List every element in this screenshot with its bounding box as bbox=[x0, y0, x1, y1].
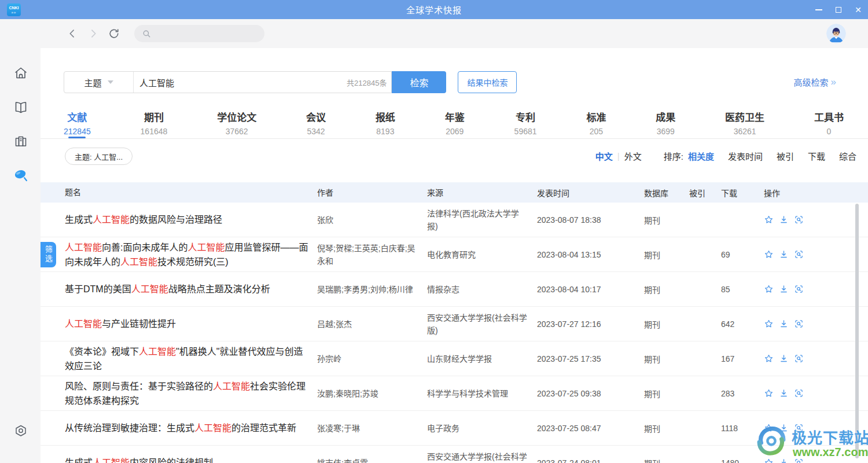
download-icon[interactable] bbox=[779, 215, 789, 225]
tab-count: 8193 bbox=[376, 127, 395, 136]
language-foreign-toggle[interactable]: 外文 bbox=[624, 150, 642, 162]
maximize-button[interactable] bbox=[834, 6, 843, 14]
result-type-tab[interactable]: 报纸 8193 bbox=[376, 106, 395, 138]
back-button[interactable] bbox=[65, 26, 80, 41]
download-icon[interactable] bbox=[779, 354, 789, 363]
similar-search-icon[interactable] bbox=[794, 249, 804, 259]
scrollbar-thumb[interactable] bbox=[855, 204, 859, 458]
result-count-label: 共212845条 bbox=[347, 77, 391, 88]
result-downloads: 283 bbox=[721, 389, 757, 398]
table-row[interactable]: 生成式人工智能内容风险的法律规制 姚志伟;李卓霖 西安交通大学学报(社会科学版)… bbox=[41, 446, 868, 463]
result-title[interactable]: 风险、原则与责任：基于实验路径的人工智能社会实验伦理规范体系建构探究 bbox=[41, 379, 317, 408]
sidebar-item-settings[interactable] bbox=[13, 423, 29, 439]
similar-search-icon[interactable] bbox=[794, 284, 804, 294]
sort-option[interactable]: 相关度 bbox=[688, 152, 714, 161]
favorite-star-icon[interactable] bbox=[764, 319, 774, 329]
download-icon[interactable] bbox=[779, 458, 789, 463]
favorite-star-icon[interactable] bbox=[764, 215, 774, 225]
download-icon[interactable] bbox=[779, 423, 789, 433]
result-type-tab[interactable]: 成果 3699 bbox=[656, 106, 675, 138]
minimize-button[interactable] bbox=[815, 6, 823, 14]
result-date: 2023-07-24 08:01 bbox=[537, 458, 644, 463]
search-field-selector[interactable]: 主题 bbox=[64, 72, 134, 93]
topic-filter-chip[interactable]: 主题: 人工智... bbox=[65, 148, 133, 165]
sidebar-item-search[interactable] bbox=[13, 167, 29, 183]
result-database: 期刊 bbox=[644, 214, 689, 226]
advanced-search-link[interactable]: 高级检索 » bbox=[794, 76, 836, 88]
sidebar-item-journals[interactable] bbox=[13, 99, 29, 115]
search-in-results-button[interactable]: 结果中检索 bbox=[458, 71, 517, 93]
table-row[interactable]: 《资本论》视域下人工智能"机器换人"就业替代效应与创造效应三论 孙宗岭 山东财经… bbox=[41, 341, 868, 376]
active-tab-underline bbox=[68, 137, 86, 138]
sort-option[interactable]: 被引 bbox=[777, 152, 794, 161]
chevron-down-icon bbox=[108, 80, 113, 84]
user-avatar[interactable] bbox=[826, 24, 846, 43]
result-title[interactable]: 《资本论》视域下人工智能"机器换人"就业替代效应与创造效应三论 bbox=[41, 344, 317, 373]
tab-label: 专利 bbox=[514, 109, 537, 124]
sort-option[interactable]: 综合 bbox=[839, 152, 856, 161]
result-actions bbox=[757, 319, 868, 329]
table-row[interactable]: 从传统治理到敏捷治理：生成式人工智能的治理范式革新 张凌寒;于琳 电子政务 20… bbox=[41, 411, 868, 446]
close-button[interactable]: ✕ bbox=[854, 6, 862, 14]
sort-option[interactable]: 发表时间 bbox=[728, 152, 763, 161]
search-input[interactable] bbox=[134, 72, 347, 93]
download-icon[interactable] bbox=[779, 284, 789, 294]
result-type-tab[interactable]: 标准 205 bbox=[586, 106, 606, 138]
result-title[interactable]: 人工智能与产业链韧性提升 bbox=[41, 317, 317, 331]
similar-search-icon[interactable] bbox=[794, 319, 804, 329]
double-chevron-icon: » bbox=[831, 76, 836, 88]
favorite-star-icon[interactable] bbox=[764, 458, 774, 463]
maximize-icon bbox=[836, 7, 841, 13]
forward-button[interactable] bbox=[86, 26, 101, 41]
address-search-pill[interactable] bbox=[134, 25, 264, 42]
table-row[interactable]: 基于DTM的美国人工智能战略热点主题及演化分析 吴瑞鹏;李勇男;刘帅;杨川律 情… bbox=[41, 272, 868, 307]
similar-search-icon[interactable] bbox=[794, 388, 804, 398]
result-title[interactable]: 基于DTM的美国人工智能战略热点主题及演化分析 bbox=[41, 282, 317, 296]
table-row[interactable]: 风险、原则与责任：基于实验路径的人工智能社会实验伦理规范体系建构探究 汝鹏;秦晓… bbox=[41, 376, 868, 411]
window-controls: ✕ bbox=[815, 0, 862, 19]
favorite-star-icon[interactable] bbox=[764, 249, 774, 259]
result-type-tab[interactable]: 期刊 161648 bbox=[141, 106, 168, 138]
language-zh-toggle[interactable]: 中文 bbox=[595, 150, 613, 162]
download-icon[interactable] bbox=[779, 319, 789, 329]
favorite-star-icon[interactable] bbox=[764, 354, 774, 363]
result-type-tab[interactable]: 学位论文 37662 bbox=[217, 106, 256, 138]
result-title[interactable]: 生成式人工智能内容风险的法律规制 bbox=[41, 455, 317, 463]
favorite-star-icon[interactable] bbox=[764, 284, 774, 294]
table-row[interactable]: 人工智能与产业链韧性提升 吕越;张杰 西安交通大学学报(社会科学版) 2023-… bbox=[41, 307, 868, 341]
sidebar-item-home[interactable] bbox=[13, 65, 29, 81]
search-bar: 主题 共212845条 bbox=[64, 71, 392, 93]
filter-side-tab[interactable]: 筛选 bbox=[41, 242, 56, 267]
search-button[interactable]: 检索 bbox=[392, 71, 446, 93]
favorite-star-icon[interactable] bbox=[764, 388, 774, 398]
similar-search-icon[interactable] bbox=[794, 423, 804, 433]
result-type-tab[interactable]: 文献 212845 bbox=[64, 106, 91, 138]
similar-search-icon[interactable] bbox=[794, 458, 804, 463]
result-type-tab[interactable]: 年鉴 2069 bbox=[445, 106, 465, 138]
result-title[interactable]: 人工智能向善:面向未成年人的人工智能应用监管探研——面向未成年人的人工智能技术规… bbox=[41, 240, 317, 269]
result-actions bbox=[757, 354, 868, 363]
result-type-tab[interactable]: 会议 5342 bbox=[306, 106, 326, 138]
result-title[interactable]: 生成式人工智能的数据风险与治理路径 bbox=[41, 212, 317, 227]
tab-label: 工具书 bbox=[814, 109, 844, 124]
sort-option[interactable]: 下载 bbox=[808, 152, 825, 161]
result-database: 期刊 bbox=[644, 318, 689, 330]
sidebar bbox=[0, 48, 41, 463]
result-title[interactable]: 从传统治理到敏捷治理：生成式人工智能的治理范式革新 bbox=[41, 421, 317, 435]
favorite-star-icon[interactable] bbox=[764, 423, 774, 433]
table-row[interactable]: 人工智能向善:面向未成年人的人工智能应用监管探研——面向未成年人的人工智能技术规… bbox=[41, 237, 868, 272]
similar-search-icon[interactable] bbox=[794, 215, 804, 225]
similar-search-icon[interactable] bbox=[794, 354, 804, 363]
tab-count: 205 bbox=[586, 127, 606, 136]
result-authors: 倪琴;贺樑;王英英;白庆春;吴永和 bbox=[317, 242, 427, 267]
result-type-tab[interactable]: 工具书 0 bbox=[814, 106, 844, 138]
result-type-tab[interactable]: 医药卫生 36261 bbox=[725, 106, 764, 138]
download-icon[interactable] bbox=[779, 388, 789, 398]
download-icon[interactable] bbox=[779, 249, 789, 259]
result-date: 2023-08-04 13:15 bbox=[537, 250, 644, 259]
result-source: 西安交通大学学报(社会科学版) bbox=[427, 311, 537, 337]
result-type-tab[interactable]: 专利 59681 bbox=[514, 106, 537, 138]
table-row[interactable]: 生成式人工智能的数据风险与治理路径 张欣 法律科学(西北政法大学学报) 2023… bbox=[41, 203, 868, 237]
sidebar-item-library[interactable] bbox=[13, 133, 29, 149]
reload-button[interactable] bbox=[106, 26, 122, 41]
